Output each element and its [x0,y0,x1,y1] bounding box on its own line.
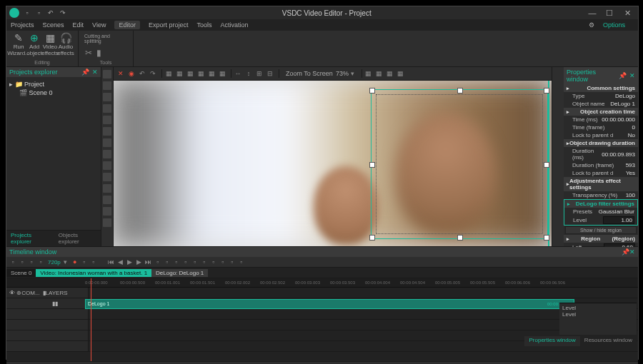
menu-editor[interactable]: Editor [114,21,140,29]
track-header-delogo: ▮▮ [6,298,89,308]
tab-objects-explorer[interactable]: Objects explorer [54,231,101,246]
group-adjust[interactable]: Adjustments effect settings [564,177,638,191]
timeline-toolbar: ▫▫▫▫ 720p▾ ● ▫▫ ⏮ ◀ ▶ ▶ ⏭ ▫▫▫▫▫▫▫▫▫▫ [6,257,638,268]
next-frame-icon[interactable]: ▶ [136,258,143,266]
video-effects-button[interactable]: ▦Video effects [42,32,58,56]
canvas-toolbar: ✕ ◉ ↶ ↷ ▦▦▦▦▦▦ ↔↕⊞⊟ Zoom To Screen 73% ▾… [114,67,552,81]
group-drawing[interactable]: Object drawing duration [564,139,638,147]
properties-panel: Properties window📌✕ Common settings Type… [564,67,638,246]
show-hide-region-button[interactable]: Show / hide region [565,226,637,234]
delete-icon[interactable]: ✕ [116,69,125,78]
time-ruler[interactable]: 0:00:00.00000:00:00.50000:00:01.00100:00… [6,278,638,288]
group-creation[interactable]: Object creation time [564,108,638,116]
audio-effects-button[interactable]: 🎧Audio effects [58,32,74,56]
selection-box[interactable] [371,89,548,239]
close-icon[interactable]: ✕ [629,72,635,79]
tab-scene[interactable]: Scene 0 [6,269,36,277]
minimize-button[interactable]: — [584,9,600,17]
resize-handle-ne[interactable] [544,88,549,93]
preview-area: ✕ ◉ ↶ ↷ ▦▦▦▦▦▦ ↔↕⊞⊟ Zoom To Screen 73% ▾… [114,67,552,246]
tab-video-clip[interactable]: Video: Indonesian woman with a basket. 1 [36,269,151,277]
cut-split-label: Cutting and splitting [83,32,129,45]
close-button[interactable]: ✕ [619,9,635,18]
redo-icon[interactable]: ↷ [149,69,157,78]
app-logo-icon [9,8,19,18]
close-icon[interactable]: ✕ [629,248,635,256]
cut-icon[interactable]: ◉ [127,69,136,78]
status-bar: Position: 00:00:00.000 Start selection: … [6,361,638,364]
timeline-tracks[interactable]: 0:00:00.00000:00:00.50000:00:01.00100:00… [6,278,638,361]
tab-resources-window[interactable]: Resources window [580,336,637,346]
undo-icon[interactable]: ↶ [138,69,146,78]
window-title: VSDC Video Editor - Project [69,9,584,17]
qa-undo-icon[interactable]: ↶ [47,9,54,16]
pin-icon[interactable]: 📌 [619,72,627,79]
qa-save-icon[interactable]: ▫ [36,9,43,16]
ribbon-group-tools: Tools [83,60,129,65]
tree-root: ▸ 📁 Project [9,80,98,89]
pin-icon[interactable]: 📌 [622,248,629,256]
property-detail-box: Level Level [559,303,637,335]
vtool-icon[interactable] [103,70,111,79]
add-object-button[interactable]: ⊕Add object [26,32,42,56]
forward-icon[interactable]: ⏭ [145,258,152,266]
menu-view[interactable]: View [92,21,106,29]
level-input[interactable]: 1.00 [603,216,634,224]
resolution-dropdown[interactable]: 720p [48,259,61,266]
ribbon-group-editing: Editing [11,60,74,65]
playhead[interactable] [91,278,91,361]
gear-icon[interactable]: ⚙ [589,21,594,29]
resize-handle-se[interactable] [544,235,549,241]
resize-handle-s[interactable] [457,235,463,241]
group-region: Region(Region) [564,235,638,243]
quick-access-toolbar: ▫ ▫ ↶ ↷ [24,9,69,16]
options-link[interactable]: Options [603,21,625,29]
menu-scenes[interactable]: Scenes [43,21,64,29]
group-common[interactable]: Common settings [564,84,638,92]
rewind-icon[interactable]: ⏮ [108,258,115,266]
run-wizard-button[interactable]: ✎Run Wizard... [11,32,26,56]
projects-explorer-panel: Projects explorer📌✕ ▸ 📁 Project 🎬 Scene … [6,67,101,246]
close-panel-icon[interactable]: ✕ [92,69,98,76]
menu-edit[interactable]: Edit [73,21,84,29]
tab-projects-explorer[interactable]: Projects explorer [6,231,54,246]
prev-frame-icon[interactable]: ◀ [117,258,124,266]
menu-projects[interactable]: Projects [11,21,34,29]
project-tree[interactable]: ▸ 📁 Project 🎬 Scene 0 [6,77,101,230]
preview-canvas[interactable] [114,81,552,246]
qa-redo-icon[interactable]: ↷ [59,9,66,16]
left-vertical-toolbar [101,67,114,246]
explorer-title: Projects explorer [9,69,58,76]
tree-scene: 🎬 Scene 0 [9,89,98,97]
menu-export[interactable]: Export project [149,21,189,29]
resize-handle-sw[interactable] [369,235,375,241]
play-icon[interactable]: ▶ [126,258,134,266]
zoom-value: 73% [336,70,349,77]
properties-title: Properties window [567,69,619,83]
ribbon: ✎Run Wizard... ⊕Add object ▦Video effect… [6,31,638,67]
resize-handle-nw[interactable] [369,88,375,93]
clip-delogo[interactable]: DeLogo 100:00:09:893 [85,299,574,309]
right-vertical-toolbar [552,67,564,246]
titlebar: ▫ ▫ ↶ ↷ VSDC Video Editor - Project — ☐ … [6,6,638,19]
timeline-title: Timeline window [9,248,56,256]
zoom-label[interactable]: Zoom To Screen [286,70,333,77]
pin-icon[interactable]: 📌 [81,69,89,76]
menu-activation[interactable]: Activation [220,21,248,29]
tab-properties-window[interactable]: Properties window [524,336,579,346]
resize-handle-w[interactable] [369,162,375,168]
record-icon[interactable]: ● [71,258,79,266]
qa-new-icon[interactable]: ▫ [24,9,31,16]
maximize-button[interactable]: ☐ [602,9,617,18]
menubar: Projects Scenes Edit View Editor Export … [6,19,638,31]
tab-delogo-clip[interactable]: DeLogo: DeLogo 1 [151,269,208,277]
track-header-compose: 👁 ⊕ COM...▮ LAYERS [6,288,89,298]
resize-handle-n[interactable] [457,88,463,93]
presets-dropdown[interactable]: Gaussian Blur [599,208,634,215]
resize-handle-e[interactable] [544,162,549,168]
menu-tools[interactable]: Tools [196,21,211,29]
group-delogo[interactable]: DeLogo filter settings [564,200,637,208]
